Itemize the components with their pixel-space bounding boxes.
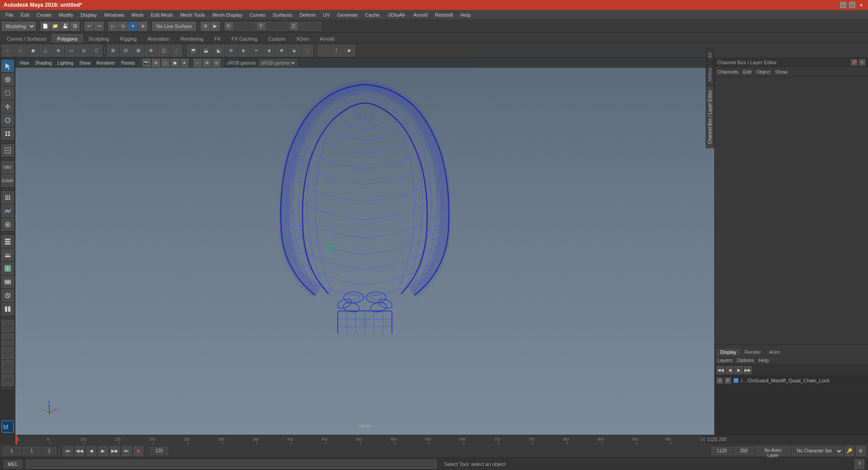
layer-btn4[interactable]: ▶▶: [744, 366, 752, 374]
layer-add-btn[interactable]: ◀◀: [717, 366, 725, 374]
channel-box-tab[interactable]: Channel Box / Layer Editor: [706, 86, 714, 148]
layer-playback[interactable]: P: [725, 377, 731, 384]
channel-box-pin[interactable]: 📌: [851, 59, 857, 66]
end-frame-input[interactable]: [150, 447, 168, 455]
layer-visibility[interactable]: V: [717, 377, 723, 384]
extra-btn4[interactable]: ⬛⬛: [1, 360, 14, 373]
options-menu[interactable]: Options: [737, 357, 754, 363]
rotate-tool-button[interactable]: [1, 114, 14, 127]
shelf-flip[interactable]: ⬚: [301, 45, 313, 56]
toggle2-button[interactable]: [1, 276, 14, 288]
shelf-plane[interactable]: ▭: [65, 45, 77, 56]
tab-custom[interactable]: Custom: [264, 34, 291, 43]
menu-help[interactable]: Help: [457, 11, 474, 19]
shelf-fill[interactable]: ⬗: [263, 45, 275, 56]
shelf-torus[interactable]: ⊕: [52, 45, 64, 56]
help-line-button[interactable]: ?: [854, 459, 864, 469]
shaded-icon[interactable]: ◼: [171, 59, 179, 67]
go-to-start-button[interactable]: ⏮: [63, 446, 73, 456]
shelf-mirror[interactable]: ◫: [158, 45, 170, 56]
tab-animation[interactable]: Animation: [142, 34, 175, 43]
command-input[interactable]: [26, 460, 437, 469]
render-tab[interactable]: Render: [741, 348, 764, 356]
no-live-surface-button[interactable]: No Live Surface: [152, 22, 196, 31]
toggle4-button[interactable]: [1, 303, 14, 315]
anim-tab[interactable]: Anim: [765, 348, 784, 356]
anim-end-input[interactable]: [734, 447, 754, 455]
snap-grid-button[interactable]: [1, 191, 14, 204]
menu-deform[interactable]: Deform: [296, 11, 319, 19]
history-button[interactable]: [1, 235, 14, 248]
shelf-cone[interactable]: △: [40, 45, 52, 56]
shelf-collapse[interactable]: ⬘: [276, 45, 288, 56]
shelf-disk[interactable]: ◎: [78, 45, 90, 56]
y-input[interactable]: [266, 22, 289, 30]
minimize-button[interactable]: —: [840, 2, 846, 8]
menu-cache[interactable]: Cache: [362, 11, 383, 19]
shelf-vertex[interactable]: ·: [318, 45, 330, 56]
aa-icon[interactable]: ⊕: [203, 59, 211, 67]
menu-create[interactable]: Create: [33, 11, 55, 19]
show-menu[interactable]: Show: [77, 60, 93, 66]
lasso-select-button[interactable]: [1, 87, 14, 99]
renderer-menu[interactable]: Renderer: [94, 60, 118, 66]
lasso-button[interactable]: ⊙: [118, 22, 127, 31]
x-input[interactable]: [234, 22, 256, 30]
channel-box-close[interactable]: ✕: [859, 59, 865, 66]
layers-menu[interactable]: Layers: [717, 357, 732, 363]
shelf-cylinder[interactable]: ◉: [27, 45, 39, 56]
tab-sculpting[interactable]: Sculpting: [84, 34, 114, 43]
display-layer-button[interactable]: [1, 249, 14, 261]
edit-menu[interactable]: Edit: [743, 69, 751, 75]
record-button[interactable]: ⏺: [133, 446, 143, 456]
layer-btn2[interactable]: ◀: [726, 366, 734, 374]
shelf-combine[interactable]: ⊞: [107, 45, 119, 56]
menu-arnold[interactable]: Arnold: [410, 11, 431, 19]
workspace-dropdown[interactable]: Modeling: [2, 22, 36, 31]
play-forward-button[interactable]: ▶: [98, 446, 108, 456]
menu-uv[interactable]: UV: [319, 11, 333, 19]
anim-start-input[interactable]: [712, 447, 732, 455]
layer-btn3[interactable]: ▶: [735, 366, 743, 374]
shelf-offset[interactable]: ⬖: [238, 45, 250, 56]
paint-select-button[interactable]: ✦: [128, 22, 137, 31]
menu-curves[interactable]: Curves: [246, 11, 269, 19]
shelf-smooth[interactable]: ◌: [170, 45, 182, 56]
gamma-dropdown[interactable]: sRGB gamma: [259, 59, 297, 66]
shelf-face[interactable]: ■: [343, 45, 355, 56]
menu-edit-mesh[interactable]: Edit Mesh: [147, 11, 177, 19]
wireframe-icon[interactable]: ◻: [161, 59, 170, 67]
shelf-sphere[interactable]: ○: [2, 45, 14, 56]
panels-menu[interactable]: Panels: [119, 60, 137, 66]
toggle3-button[interactable]: [1, 289, 14, 302]
close-button[interactable]: ✕: [858, 2, 864, 8]
extra-btn2[interactable]: ⬛⬛: [1, 333, 14, 346]
viewport[interactable]: View Shading Lighting Show Renderer Pane…: [15, 58, 714, 435]
shading-menu[interactable]: Shading: [33, 60, 54, 66]
shelf-bevel[interactable]: ⬕: [212, 45, 224, 56]
extra-btn1[interactable]: ⬛⬛: [1, 320, 14, 332]
shelf-loop[interactable]: ⊜: [225, 45, 237, 56]
no-character-set-select[interactable]: No Character Set: [792, 446, 843, 456]
move-tool-button[interactable]: [1, 100, 14, 113]
resolution-icon[interactable]: ○: [193, 59, 202, 67]
shelf-bridge[interactable]: ⬓: [200, 45, 212, 56]
shelf-cut[interactable]: ✂: [250, 45, 262, 56]
render-settings-button[interactable]: ⚙: [201, 22, 210, 31]
shelf-edge[interactable]: /: [330, 45, 342, 56]
redo-button[interactable]: ↪: [94, 22, 104, 31]
tab-rendering[interactable]: Rendering: [175, 34, 208, 43]
shelf-extract[interactable]: ⊠: [132, 45, 144, 56]
tab-arnold[interactable]: Arnold: [315, 34, 340, 43]
tab-curves---surfaces[interactable]: Curves / Surfaces: [2, 34, 51, 43]
menu-modify[interactable]: Modify: [55, 11, 77, 19]
shelf-separate[interactable]: ⊟: [120, 45, 132, 56]
new-file-button[interactable]: 📄: [41, 22, 50, 31]
render-button[interactable]: ▶: [211, 22, 220, 31]
time-ruler[interactable]: 1 5 10 15 20 25 30 35 40 45 50: [15, 435, 705, 444]
menu-display[interactable]: Display: [77, 11, 100, 19]
snap-curve-button[interactable]: [1, 205, 14, 217]
open-file-button[interactable]: 📁: [51, 22, 60, 31]
go-to-end-button[interactable]: ⏭: [122, 446, 132, 456]
menu-surfaces[interactable]: Surfaces: [269, 11, 296, 19]
